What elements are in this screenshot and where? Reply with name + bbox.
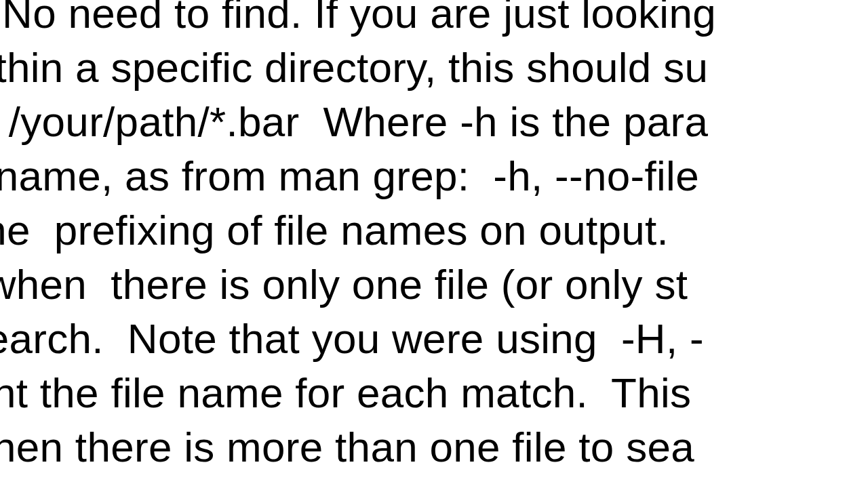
document-text: er 1: No need to find. If you are just l…	[0, 0, 868, 474]
